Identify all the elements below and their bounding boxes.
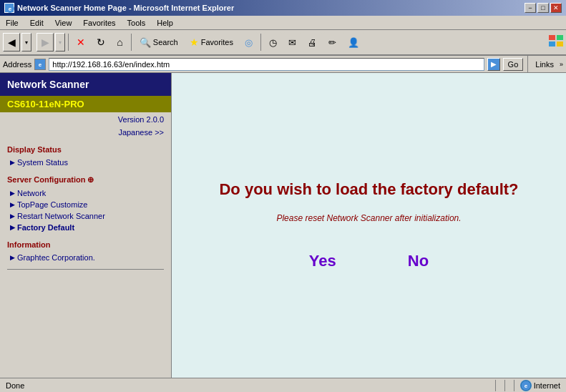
svg-rect-5	[557, 41, 563, 46]
refresh-icon: ↻	[97, 36, 105, 48]
page-icon: e	[34, 59, 46, 70]
go-button[interactable]: Go	[503, 58, 524, 71]
sidebar-section-server-config: Server Configuration ⊕	[0, 168, 171, 187]
refresh-button[interactable]: ↻	[92, 32, 110, 52]
mail-button[interactable]: ✉	[283, 32, 301, 52]
factory-default-label: Factory Default	[17, 223, 74, 232]
menu-bar: File Edit View Favorites Tools Help	[0, 16, 566, 30]
arrow-icon-toppage: ▶	[10, 201, 15, 208]
maximize-button[interactable]: □	[537, 3, 549, 13]
back-dropdown[interactable]: ▾	[21, 33, 31, 52]
arrow-icon-graphtec: ▶	[10, 254, 15, 261]
menu-help[interactable]: Help	[154, 18, 176, 28]
zone-label: Internet	[534, 381, 560, 390]
winxp-logo	[549, 35, 563, 49]
edit-button[interactable]: ✏	[323, 32, 341, 52]
status-text: Done	[3, 381, 492, 390]
search-icon: 🔍	[140, 37, 151, 48]
factory-default-title: Do you wish to load the factory default?	[219, 180, 518, 199]
close-button[interactable]: ✕	[550, 3, 562, 13]
status-internet: e Internet	[520, 380, 560, 391]
history-icon: ◷	[269, 37, 277, 48]
sidebar-section-information: Information	[0, 233, 171, 252]
search-label: Search	[153, 38, 178, 46]
sep1	[68, 34, 69, 51]
arrow-icon-restart: ▶	[10, 212, 15, 220]
factory-default-buttons: Yes No	[309, 252, 429, 270]
arrow-icon-factory: ▶	[10, 224, 15, 231]
sidebar-divider	[7, 269, 164, 270]
status-right: e Internet	[492, 380, 563, 391]
back-button[interactable]: ◀	[3, 33, 20, 52]
window-controls: − □ ✕	[524, 3, 562, 13]
sidebar-model: CS610-11eN-PRO	[0, 96, 171, 112]
forward-dropdown[interactable]: ▾	[55, 33, 65, 52]
sidebar-section-display-status: Display Status	[0, 138, 171, 157]
network-label: Network	[17, 189, 46, 197]
window-title: Network Scanner Home Page - Microsoft In…	[17, 4, 234, 12]
stop-button[interactable]: ✕	[72, 32, 90, 52]
internet-icon: e	[520, 380, 532, 391]
status-bar: Done e Internet	[0, 378, 566, 392]
toppage-label: TopPage Customize	[17, 200, 87, 209]
svg-rect-4	[549, 41, 555, 46]
menu-tools[interactable]: Tools	[125, 18, 149, 28]
messenger-button[interactable]: 👤	[343, 32, 364, 52]
address-label: Address	[3, 60, 31, 69]
links-chevron: »	[560, 61, 563, 68]
menu-edit[interactable]: Edit	[27, 18, 47, 28]
language-link[interactable]: Japanese >>	[118, 128, 164, 137]
history-button[interactable]: ◷	[264, 32, 282, 52]
app-icon: e	[4, 3, 14, 13]
svg-text:e: e	[39, 62, 42, 68]
links-button[interactable]: Links	[532, 59, 557, 69]
address-go-arrow[interactable]: ▶	[487, 58, 500, 71]
stop-icon: ✕	[77, 36, 85, 48]
factory-default-subtitle: Please reset Network Scanner after initi…	[276, 213, 461, 223]
sep2	[131, 34, 132, 51]
home-icon: ⌂	[117, 36, 122, 48]
media-button[interactable]: ◎	[240, 32, 258, 52]
sidebar-title: Network Scanner	[0, 73, 171, 96]
forward-button[interactable]: ▶	[36, 33, 54, 52]
address-bar: Address e ▶ Go Links »	[0, 56, 566, 73]
system-status-label: System Status	[17, 158, 68, 167]
address-input[interactable]	[49, 58, 484, 71]
sidebar-language[interactable]: Japanese >>	[0, 127, 171, 138]
sidebar-link-factory-default[interactable]: ▶ Factory Default	[0, 222, 171, 233]
favorites-button[interactable]: ★ Favorites	[185, 32, 238, 52]
arrow-icon-network: ▶	[10, 190, 15, 197]
title-bar: e Network Scanner Home Page - Microsoft …	[0, 0, 566, 16]
print-button[interactable]: 🖨	[303, 32, 322, 52]
sep4	[527, 56, 528, 73]
favorites-icon: ★	[190, 36, 199, 48]
sidebar-link-network[interactable]: ▶ Network	[0, 187, 171, 199]
print-icon: 🖨	[308, 37, 317, 48]
svg-rect-2	[549, 35, 555, 40]
sidebar-link-system-status[interactable]: ▶ System Status	[0, 157, 171, 168]
mail-icon: ✉	[288, 37, 296, 48]
main-area: Network Scanner CS610-11eN-PRO Version 2…	[0, 73, 566, 378]
status-divider3	[514, 380, 514, 391]
sep3	[260, 34, 261, 51]
messenger-icon: 👤	[348, 37, 359, 48]
toolbar: ◀ ▾ ▶ ▾ ✕ ↻ ⌂ 🔍 Search ★ Favorites ◎ ◷ ✉…	[0, 30, 566, 56]
sidebar-link-restart[interactable]: ▶ Restart Network Scanner	[0, 210, 171, 222]
svg-text:e: e	[524, 383, 527, 389]
yes-button[interactable]: Yes	[309, 252, 336, 270]
sidebar: Network Scanner CS610-11eN-PRO Version 2…	[0, 73, 172, 378]
menu-view[interactable]: View	[52, 18, 75, 28]
menu-favorites[interactable]: Favorites	[80, 18, 118, 28]
sidebar-version: Version 2.0.0	[0, 112, 171, 127]
minimize-button[interactable]: −	[524, 3, 536, 13]
content-area: Do you wish to load the factory default?…	[172, 73, 566, 378]
search-button[interactable]: 🔍 Search	[135, 32, 183, 52]
svg-rect-3	[557, 35, 563, 40]
restart-label: Restart Network Scanner	[17, 212, 105, 220]
home-button[interactable]: ⌂	[112, 32, 127, 52]
no-button[interactable]: No	[408, 252, 429, 270]
sidebar-link-toppage[interactable]: ▶ TopPage Customize	[0, 199, 171, 210]
arrow-icon-system-status: ▶	[10, 159, 15, 166]
sidebar-link-graphtec[interactable]: ▶ Graphtec Corporation.	[0, 252, 171, 263]
menu-file[interactable]: File	[3, 18, 21, 28]
